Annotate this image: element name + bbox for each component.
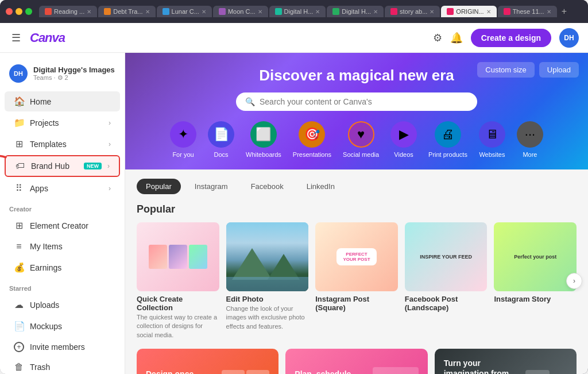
browser-tab-6[interactable]: Digital H... ✕ [327,6,384,17]
category-more[interactable]: ··· More [517,121,543,158]
social-media-icon: ♥ [348,121,374,148]
sidebar-item-templates-label: Templates [30,140,103,149]
category-videos[interactable]: ▶ Videos [390,121,417,158]
browser-tab-3[interactable]: Lunar C... ✕ [157,6,212,17]
sidebar-item-home[interactable]: 🏠 Home [5,91,120,111]
tab-close-5[interactable]: ✕ [315,9,320,15]
sidebar-item-projects[interactable]: 📁 Projects › [5,113,120,133]
tab-label-7: story ab... [400,8,427,15]
category-websites[interactable]: 🖥 Websites [479,121,505,158]
tab-label-5: Digital H... [284,8,314,15]
card-quick-create[interactable]: Quick Create Collection The quickest way… [137,222,219,340]
minimize-dot[interactable] [16,8,22,15]
sidebar-item-templates[interactable]: ⊞ Templates › [5,134,120,154]
tab-close-8[interactable]: ✕ [486,9,491,15]
brand-hub-new-badge: NEW [84,163,102,169]
close-dot[interactable] [6,8,13,15]
card-facebook-post-title: Facebook Post (Landscape) [405,295,488,312]
app-toolbar: ☰ Canva ⚙ 🔔 Create a design DH [0,23,588,53]
upload-button[interactable]: Upload [539,62,579,78]
search-input[interactable] [260,97,468,106]
category-for-you[interactable]: ✦ For you [170,121,196,158]
category-print-products[interactable]: 🖨 Print products [428,121,467,158]
browser-tab-5[interactable]: Digital H... ✕ [269,6,326,17]
category-whiteboards[interactable]: ⬜ Whiteboards [246,121,281,158]
add-tab-button[interactable]: + [558,5,570,18]
user-avatar[interactable]: DH [559,28,579,48]
sidebar-item-home-label: Home [30,97,111,106]
promo-banner-text-to-image[interactable]: Turn your imagination from Text to Image… [435,349,577,374]
sidebar-item-my-items[interactable]: ≡ My Items [5,237,120,256]
hamburger-button[interactable]: ☰ [9,29,23,47]
create-design-button[interactable]: Create a design [471,29,551,47]
category-presentations[interactable]: 🎯 Presentations [293,121,331,158]
category-docs[interactable]: 📄 Docs [208,121,234,158]
templates-content: Popular Instagram Facebook LinkedIn Popu… [125,169,588,374]
cards-next-button[interactable]: › [566,273,582,289]
tab-close-7[interactable]: ✕ [430,9,434,15]
maximize-dot[interactable] [25,8,32,15]
card-quick-create-title: Quick Create Collection [137,295,219,312]
browser-tab-2[interactable]: Debt Tra... ✕ [98,6,155,17]
sidebar-item-uploads[interactable]: ☁ Uploads [5,295,120,315]
browser-tab-8[interactable]: ORIGIN... ✕ [441,6,496,17]
qc-card-3 [189,245,207,269]
quick-create-cards-preview [144,240,212,273]
tab-close-4[interactable]: ✕ [258,9,262,15]
browser-dots [6,8,32,15]
card-instagram-story-image: Perfect your post [494,222,577,291]
notifications-button[interactable]: 🔔 [450,32,463,44]
sidebar-item-trash[interactable]: 🗑 Trash [5,357,120,374]
more-label: More [523,151,537,158]
qc-card-1 [149,245,167,269]
browser-window: Reading ... ✕ Debt Tra... ✕ Lunar C... ✕… [0,0,588,374]
card-instagram-post-image: PERFECT YOUR POST [315,222,398,291]
settings-button[interactable]: ⚙ [433,32,442,44]
browser-tab-4[interactable]: Moon C... ✕ [213,6,268,17]
browser-tab-7[interactable]: story ab... ✕ [385,6,440,17]
sidebar-item-element-creator-label: Element Creator [30,221,111,230]
custom-size-button[interactable]: Custom size [477,62,535,78]
card-facebook-post[interactable]: INSPIRE YOUR FEED Facebook Post (Landsca… [405,222,488,340]
hero-search-bar[interactable]: 🔍 [236,92,477,111]
tab-close-9[interactable]: ✕ [547,9,551,15]
browser-titlebar: Reading ... ✕ Debt Tra... ✕ Lunar C... ✕… [0,0,588,23]
uploads-icon: ☁ [14,299,24,310]
invite-members-button[interactable]: + Invite members [5,337,120,357]
sidebar-item-brand-hub[interactable]: 🏷 Brand Hub NEW › [5,155,120,177]
sidebar-item-earnings[interactable]: 💰 Earnings [5,257,120,277]
filter-tab-facebook[interactable]: Facebook [242,179,293,194]
promo-banner-resize[interactable]: Design once, resize for any platform [137,349,278,374]
browser-tab-9[interactable]: These 11... ✕ [498,6,557,17]
card-instagram-story[interactable]: Perfect your post Instagram Story [494,222,577,340]
tab-close-1[interactable]: ✕ [87,9,91,15]
sidebar-item-mockups-label: Mockups [30,322,111,331]
tab-favicon-5 [275,8,282,15]
water-reflection [226,277,309,291]
docs-icon: 📄 [208,121,234,148]
sidebar-item-element-creator[interactable]: ⊞ Element Creator [5,215,120,236]
tab-close-3[interactable]: ✕ [202,9,206,15]
sidebar-item-mockups[interactable]: 📄 Mockups [5,316,120,336]
filter-tabs: Popular Instagram Facebook LinkedIn [137,179,577,194]
docs-label: Docs [214,151,229,158]
tab-favicon-7 [390,8,397,15]
category-social-media[interactable]: ♥ Social media [343,121,379,158]
tab-close-6[interactable]: ✕ [373,9,378,15]
earnings-icon: 💰 [14,262,24,273]
card-edit-photo-image [226,222,309,291]
invite-members-label: Invite members [30,342,111,352]
promo-banner-schedule[interactable]: Plan, schedule, and post from one place [285,349,427,374]
promo-text-to-image-content: Turn your imagination from Text to Image… [444,358,520,374]
card-edit-photo[interactable]: Edit Photo Change the look of your image… [226,222,309,340]
filter-tab-instagram[interactable]: Instagram [185,179,237,194]
card-instagram-story-title: Instagram Story [494,295,577,303]
filter-tab-linkedin[interactable]: LinkedIn [297,179,344,194]
card-instagram-post[interactable]: PERFECT YOUR POST Instagram Post (Square… [315,222,398,340]
filter-tab-popular[interactable]: Popular [137,179,181,194]
tab-label-6: Digital H... [342,8,371,15]
tab-close-2[interactable]: ✕ [145,9,150,15]
browser-tabs: Reading ... ✕ Debt Tra... ✕ Lunar C... ✕… [39,5,582,18]
sidebar-item-apps[interactable]: ⠿ Apps › [5,178,120,198]
browser-tab-1[interactable]: Reading ... ✕ [39,6,97,17]
